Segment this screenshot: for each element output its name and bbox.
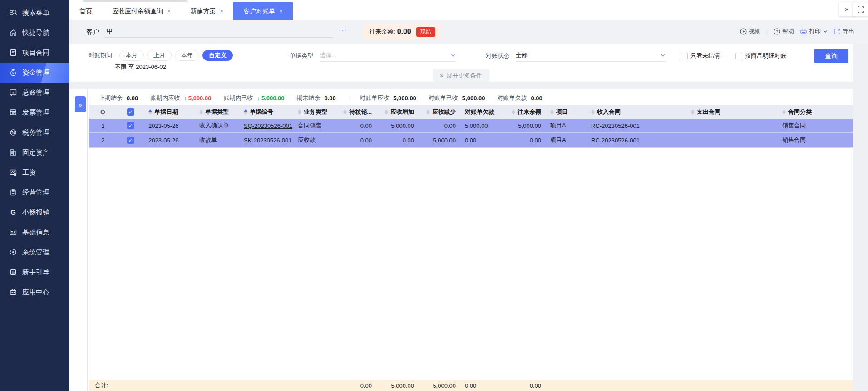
column-header-balance[interactable]: 往来余额 bbox=[503, 105, 546, 119]
fullscreen-icon bbox=[858, 6, 864, 13]
period-pill-本年[interactable]: 本年 bbox=[175, 50, 199, 61]
sidebar-item-business-mgmt[interactable]: 经营管理 bbox=[0, 182, 69, 202]
tab-close-icon[interactable]: × bbox=[167, 8, 171, 15]
doc-type-select[interactable]: 选择... bbox=[320, 51, 456, 62]
expand-more-button[interactable]: » 展开更多条件 bbox=[433, 69, 490, 82]
summary-label: 对账单应收 bbox=[360, 94, 389, 102]
sidebar-item-project-contract[interactable]: 项目合同 bbox=[0, 43, 69, 63]
footer-cell-income-contract bbox=[587, 380, 686, 391]
cell-doc-date: 2023-05-26 bbox=[144, 133, 195, 147]
date-range-value[interactable]: 不限 至 2023-06-02 bbox=[115, 63, 166, 71]
column-label: 项目 bbox=[556, 108, 568, 116]
checkbox-unsettled[interactable]: 只看未结清 bbox=[681, 52, 720, 60]
column-header-recv-decrease[interactable]: 应收减少 bbox=[419, 105, 460, 119]
period-pill-本月[interactable]: 本月 bbox=[119, 50, 144, 61]
sidebar-item-newbie-guide[interactable]: 新新手引导 bbox=[0, 262, 69, 282]
sidebar-item-system-mgmt[interactable]: 系统管理 bbox=[0, 242, 69, 262]
column-header-doc-no[interactable]: 单据编号 bbox=[239, 105, 293, 119]
sort-icon[interactable] bbox=[691, 109, 695, 115]
period-pill-自定义[interactable]: 自定义 bbox=[202, 50, 233, 61]
sort-icon[interactable] bbox=[298, 109, 301, 115]
checkbox-by-goods[interactable]: 按商品明细对账 bbox=[735, 52, 786, 60]
fullscreen-button[interactable] bbox=[853, 2, 868, 16]
sidebar-item-label: 系统管理 bbox=[22, 248, 49, 257]
column-header-pending-verify[interactable]: 待核销... bbox=[338, 105, 376, 119]
sort-icon[interactable] bbox=[512, 109, 515, 115]
sidebar: 搜索菜单快捷导航项目合同¥资金管理¥总账管理发票管理税务管理固定资产工资经营管理… bbox=[0, 0, 69, 391]
column-header-contract-category[interactable]: 合同分类 bbox=[778, 105, 853, 119]
summary-bar: 上期结余0.00账期内应收↑5,000.00账期内已收↓5,000.00期末结余… bbox=[99, 93, 555, 103]
sidebar-item-general-ledger[interactable]: ¥总账管理 bbox=[0, 83, 69, 103]
column-header-biz-type[interactable]: 业务类型 bbox=[293, 105, 338, 119]
select-all-checkbox[interactable]: ✓ bbox=[127, 108, 134, 116]
sort-icon[interactable] bbox=[550, 109, 554, 115]
sidebar-item-base-info[interactable]: 基础信息 bbox=[0, 222, 69, 242]
tab-label: 首页 bbox=[79, 7, 92, 15]
sort-icon[interactable] bbox=[782, 109, 786, 115]
cell-contract-category: 销售合同 bbox=[778, 133, 853, 147]
column-header-recv-increase[interactable]: 应收增加 bbox=[376, 105, 419, 119]
cell-select[interactable]: ✓ bbox=[117, 119, 144, 132]
tax-icon bbox=[9, 128, 17, 137]
sidebar-item-app-center[interactable]: 应用中心 bbox=[0, 282, 69, 302]
tab-close-icon[interactable]: × bbox=[220, 8, 224, 15]
statement-panel: » 上期结余0.00账期内应收↑5,000.00账期内已收↓5,000.00期末… bbox=[69, 89, 853, 391]
cell-doc-no[interactable]: SQ-20230526-001 bbox=[239, 119, 293, 132]
sort-icon[interactable] bbox=[244, 109, 247, 115]
cell-project: 项目A bbox=[546, 133, 587, 147]
tab-customer-statement[interactable]: 客户对账单× bbox=[233, 2, 293, 20]
row-checkbox[interactable]: ✓ bbox=[127, 137, 134, 144]
sidebar-item-search-menu[interactable]: 搜索菜单 bbox=[0, 3, 69, 23]
sidebar-item-salary[interactable]: 工资 bbox=[0, 162, 69, 182]
export-button[interactable]: 导出 bbox=[834, 27, 854, 35]
sidebar-item-tax-mgmt[interactable]: 税务管理 bbox=[0, 122, 69, 142]
sort-icon[interactable] bbox=[343, 109, 347, 115]
doc-no-link[interactable]: SQ-20230526-001 bbox=[244, 122, 292, 129]
cell-select[interactable]: ✓ bbox=[117, 133, 144, 147]
tab-new-plan[interactable]: 新建方案× bbox=[181, 2, 234, 20]
table-row[interactable]: 2✓2023-05-26收款单SK-20230526-001应收款0.000.0… bbox=[89, 133, 853, 148]
gear-icon[interactable]: ⚙ bbox=[100, 108, 106, 116]
column-header-income-contract[interactable]: 收入合同 bbox=[587, 105, 686, 119]
summary-label: 对账单欠款 bbox=[497, 94, 527, 102]
sidebar-item-fund-mgmt[interactable]: ¥资金管理 bbox=[0, 63, 69, 83]
sidebar-item-label: 搜索菜单 bbox=[22, 9, 49, 17]
sort-icon[interactable] bbox=[148, 109, 152, 115]
checkbox-by-goods-label: 按商品明细对账 bbox=[745, 52, 786, 60]
column-header-project[interactable]: 项目 bbox=[546, 105, 587, 119]
sort-icon[interactable] bbox=[199, 109, 203, 115]
tab-label: 客户对账单 bbox=[243, 7, 275, 15]
print-icon bbox=[800, 28, 807, 35]
tab-close-icon[interactable]: × bbox=[279, 8, 283, 15]
sort-icon[interactable] bbox=[591, 109, 595, 115]
customer-more-button[interactable]: ··· bbox=[339, 26, 347, 34]
status-select[interactable]: 全部 bbox=[516, 51, 666, 62]
period-pill-上月[interactable]: 上月 bbox=[147, 50, 172, 61]
top-scrollbar-thumb[interactable] bbox=[83, 0, 187, 2]
tab-receivable-balance-query[interactable]: 应收应付余额查询× bbox=[102, 2, 181, 20]
tab-home[interactable]: 首页 bbox=[69, 2, 102, 20]
column-header-gear[interactable]: ⚙ bbox=[89, 105, 117, 119]
column-header-expense-contract[interactable]: 支出合同 bbox=[686, 105, 778, 119]
summary-label: 上期结余 bbox=[99, 94, 123, 102]
print-button[interactable]: 打印 bbox=[800, 27, 828, 35]
expand-sidebar-button[interactable]: » bbox=[75, 96, 86, 112]
sort-icon[interactable] bbox=[426, 109, 430, 115]
column-header-doc-date[interactable]: 单据日期 bbox=[144, 105, 195, 119]
cell-balance: 0.00 bbox=[503, 133, 546, 147]
customer-input[interactable] bbox=[104, 37, 333, 38]
sidebar-item-invoice-mgmt[interactable]: 发票管理 bbox=[0, 103, 69, 122]
table-row[interactable]: 1✓2023-05-26收入确认单SQ-20230526-001合同销售0.00… bbox=[89, 119, 853, 133]
sort-icon[interactable] bbox=[385, 109, 388, 115]
sidebar-item-xiaochang-expense[interactable]: G小畅报销 bbox=[0, 202, 69, 222]
row-checkbox[interactable]: ✓ bbox=[127, 122, 134, 129]
column-header-doc-type[interactable]: 单据类型 bbox=[195, 105, 239, 119]
column-header-select[interactable]: ✓ bbox=[117, 105, 144, 119]
search-button[interactable]: 查询 bbox=[814, 49, 848, 63]
doc-no-link[interactable]: SK-20230526-001 bbox=[244, 137, 292, 144]
help-button[interactable]: ? 帮助 bbox=[774, 27, 794, 35]
sidebar-item-fixed-assets[interactable]: 固定资产 bbox=[0, 142, 69, 162]
sidebar-item-quick-nav[interactable]: 快捷导航 bbox=[0, 23, 69, 43]
video-button[interactable]: 视频 bbox=[740, 27, 760, 35]
cell-doc-no[interactable]: SK-20230526-001 bbox=[239, 133, 293, 147]
